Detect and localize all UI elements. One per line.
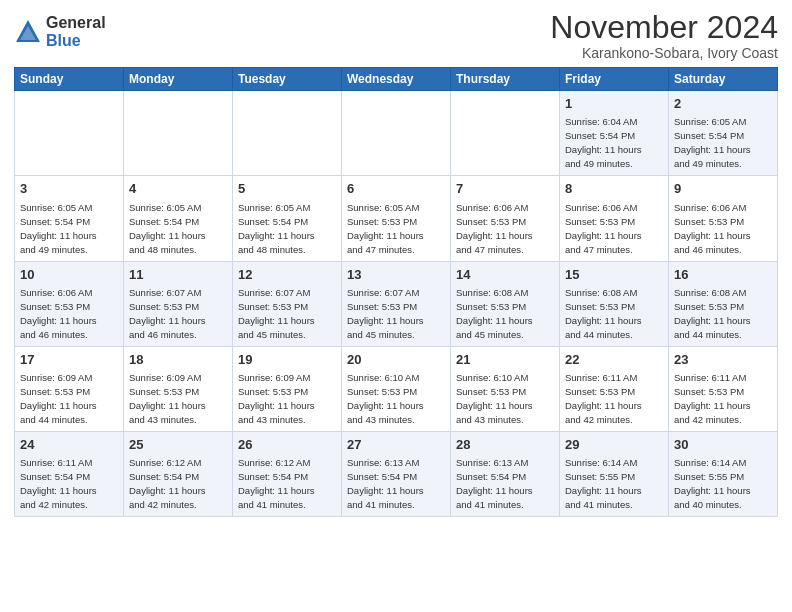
day-info: Sunrise: 6:05 AMSunset: 5:53 PMDaylight:… [347,202,424,255]
day-info: Sunrise: 6:11 AMSunset: 5:53 PMDaylight:… [565,372,642,425]
cell-week1-day7: 2Sunrise: 6:05 AMSunset: 5:54 PMDaylight… [669,91,778,176]
cell-week3-day7: 16Sunrise: 6:08 AMSunset: 5:53 PMDayligh… [669,261,778,346]
location: Karankono-Sobara, Ivory Coast [550,45,778,61]
logo-general: General [46,14,106,32]
calendar-table: Sunday Monday Tuesday Wednesday Thursday… [14,67,778,517]
day-info: Sunrise: 6:05 AMSunset: 5:54 PMDaylight:… [674,116,751,169]
cell-week3-day2: 11Sunrise: 6:07 AMSunset: 5:53 PMDayligh… [124,261,233,346]
cell-week5-day5: 28Sunrise: 6:13 AMSunset: 5:54 PMDayligh… [451,431,560,516]
day-info: Sunrise: 6:07 AMSunset: 5:53 PMDaylight:… [129,287,206,340]
day-number: 3 [20,180,118,198]
day-info: Sunrise: 6:06 AMSunset: 5:53 PMDaylight:… [456,202,533,255]
logo-text: General Blue [46,14,106,49]
cell-week4-day3: 19Sunrise: 6:09 AMSunset: 5:53 PMDayligh… [233,346,342,431]
day-info: Sunrise: 6:06 AMSunset: 5:53 PMDaylight:… [20,287,97,340]
day-info: Sunrise: 6:08 AMSunset: 5:53 PMDaylight:… [674,287,751,340]
header-thursday: Thursday [451,68,560,91]
header: General Blue November 2024 Karankono-Sob… [14,10,778,61]
cell-week2-day6: 8Sunrise: 6:06 AMSunset: 5:53 PMDaylight… [560,176,669,261]
header-wednesday: Wednesday [342,68,451,91]
day-info: Sunrise: 6:11 AMSunset: 5:53 PMDaylight:… [674,372,751,425]
cell-week4-day2: 18Sunrise: 6:09 AMSunset: 5:53 PMDayligh… [124,346,233,431]
day-info: Sunrise: 6:07 AMSunset: 5:53 PMDaylight:… [347,287,424,340]
header-tuesday: Tuesday [233,68,342,91]
day-number: 10 [20,266,118,284]
day-info: Sunrise: 6:09 AMSunset: 5:53 PMDaylight:… [129,372,206,425]
cell-week3-day3: 12Sunrise: 6:07 AMSunset: 5:53 PMDayligh… [233,261,342,346]
day-number: 11 [129,266,227,284]
cell-week1-day4 [342,91,451,176]
day-info: Sunrise: 6:06 AMSunset: 5:53 PMDaylight:… [674,202,751,255]
day-info: Sunrise: 6:11 AMSunset: 5:54 PMDaylight:… [20,457,97,510]
week-row-4: 17Sunrise: 6:09 AMSunset: 5:53 PMDayligh… [15,346,778,431]
day-info: Sunrise: 6:05 AMSunset: 5:54 PMDaylight:… [238,202,315,255]
day-number: 15 [565,266,663,284]
header-saturday: Saturday [669,68,778,91]
day-info: Sunrise: 6:08 AMSunset: 5:53 PMDaylight:… [456,287,533,340]
cell-week4-day6: 22Sunrise: 6:11 AMSunset: 5:53 PMDayligh… [560,346,669,431]
day-number: 14 [456,266,554,284]
day-number: 13 [347,266,445,284]
day-number: 23 [674,351,772,369]
logo-icon [14,18,42,46]
calendar-body: 1Sunrise: 6:04 AMSunset: 5:54 PMDaylight… [15,91,778,517]
day-info: Sunrise: 6:14 AMSunset: 5:55 PMDaylight:… [565,457,642,510]
day-number: 30 [674,436,772,454]
header-sunday: Sunday [15,68,124,91]
day-number: 9 [674,180,772,198]
cell-week1-day5 [451,91,560,176]
day-number: 26 [238,436,336,454]
cell-week3-day4: 13Sunrise: 6:07 AMSunset: 5:53 PMDayligh… [342,261,451,346]
cell-week1-day3 [233,91,342,176]
calendar-header: Sunday Monday Tuesday Wednesday Thursday… [15,68,778,91]
day-number: 2 [674,95,772,113]
cell-week2-day7: 9Sunrise: 6:06 AMSunset: 5:53 PMDaylight… [669,176,778,261]
day-number: 1 [565,95,663,113]
day-number: 16 [674,266,772,284]
logo: General Blue [14,14,106,49]
week-row-2: 3Sunrise: 6:05 AMSunset: 5:54 PMDaylight… [15,176,778,261]
day-number: 17 [20,351,118,369]
day-info: Sunrise: 6:05 AMSunset: 5:54 PMDaylight:… [20,202,97,255]
day-info: Sunrise: 6:09 AMSunset: 5:53 PMDaylight:… [238,372,315,425]
cell-week1-day2 [124,91,233,176]
cell-week2-day4: 6Sunrise: 6:05 AMSunset: 5:53 PMDaylight… [342,176,451,261]
cell-week1-day6: 1Sunrise: 6:04 AMSunset: 5:54 PMDaylight… [560,91,669,176]
day-number: 18 [129,351,227,369]
day-number: 24 [20,436,118,454]
day-number: 27 [347,436,445,454]
header-monday: Monday [124,68,233,91]
day-number: 29 [565,436,663,454]
cell-week2-day2: 4Sunrise: 6:05 AMSunset: 5:54 PMDaylight… [124,176,233,261]
day-info: Sunrise: 6:10 AMSunset: 5:53 PMDaylight:… [347,372,424,425]
day-info: Sunrise: 6:10 AMSunset: 5:53 PMDaylight:… [456,372,533,425]
day-info: Sunrise: 6:13 AMSunset: 5:54 PMDaylight:… [456,457,533,510]
day-info: Sunrise: 6:12 AMSunset: 5:54 PMDaylight:… [238,457,315,510]
day-info: Sunrise: 6:06 AMSunset: 5:53 PMDaylight:… [565,202,642,255]
day-info: Sunrise: 6:09 AMSunset: 5:53 PMDaylight:… [20,372,97,425]
day-number: 28 [456,436,554,454]
week-row-5: 24Sunrise: 6:11 AMSunset: 5:54 PMDayligh… [15,431,778,516]
cell-week5-day2: 25Sunrise: 6:12 AMSunset: 5:54 PMDayligh… [124,431,233,516]
header-row: Sunday Monday Tuesday Wednesday Thursday… [15,68,778,91]
day-number: 4 [129,180,227,198]
cell-week5-day6: 29Sunrise: 6:14 AMSunset: 5:55 PMDayligh… [560,431,669,516]
day-number: 19 [238,351,336,369]
cell-week5-day3: 26Sunrise: 6:12 AMSunset: 5:54 PMDayligh… [233,431,342,516]
cell-week5-day7: 30Sunrise: 6:14 AMSunset: 5:55 PMDayligh… [669,431,778,516]
day-info: Sunrise: 6:14 AMSunset: 5:55 PMDaylight:… [674,457,751,510]
cell-week2-day1: 3Sunrise: 6:05 AMSunset: 5:54 PMDaylight… [15,176,124,261]
cell-week5-day1: 24Sunrise: 6:11 AMSunset: 5:54 PMDayligh… [15,431,124,516]
cell-week3-day1: 10Sunrise: 6:06 AMSunset: 5:53 PMDayligh… [15,261,124,346]
day-info: Sunrise: 6:07 AMSunset: 5:53 PMDaylight:… [238,287,315,340]
cell-week4-day5: 21Sunrise: 6:10 AMSunset: 5:53 PMDayligh… [451,346,560,431]
cell-week4-day1: 17Sunrise: 6:09 AMSunset: 5:53 PMDayligh… [15,346,124,431]
day-number: 12 [238,266,336,284]
logo-blue: Blue [46,32,106,50]
week-row-3: 10Sunrise: 6:06 AMSunset: 5:53 PMDayligh… [15,261,778,346]
title-block: November 2024 Karankono-Sobara, Ivory Co… [550,10,778,61]
day-number: 6 [347,180,445,198]
week-row-1: 1Sunrise: 6:04 AMSunset: 5:54 PMDaylight… [15,91,778,176]
header-friday: Friday [560,68,669,91]
day-info: Sunrise: 6:08 AMSunset: 5:53 PMDaylight:… [565,287,642,340]
